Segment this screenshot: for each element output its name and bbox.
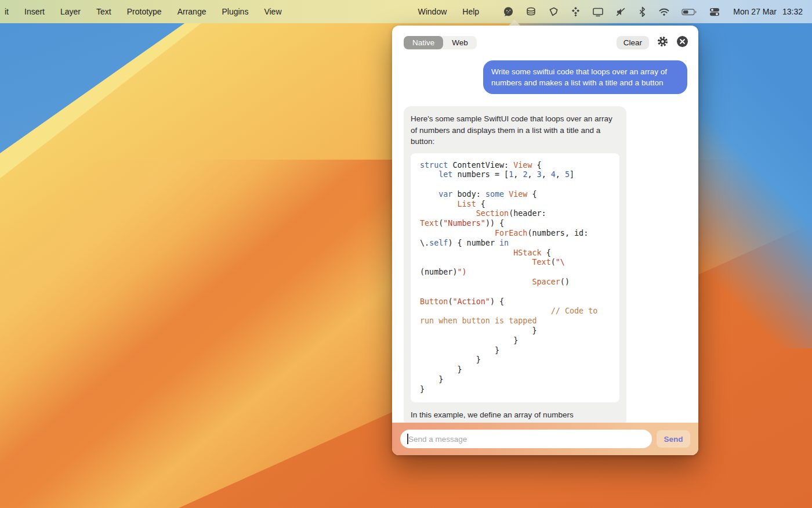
code-token: var bbox=[438, 190, 452, 199]
menu-item-window[interactable]: Window bbox=[418, 7, 447, 16]
send-button[interactable]: Send bbox=[657, 430, 690, 448]
code-token: , bbox=[513, 170, 523, 179]
tab-native[interactable]: Native bbox=[404, 36, 443, 49]
menu-item-layer[interactable]: Layer bbox=[60, 7, 81, 16]
code-token: { bbox=[532, 161, 542, 170]
code-token: struct bbox=[420, 161, 448, 170]
assistant-app-icon[interactable] bbox=[503, 6, 514, 17]
code-block: struct ContentView: View { let numbers =… bbox=[411, 153, 619, 402]
code-token: { bbox=[542, 248, 551, 257]
menubar: itInsertLayerTextPrototypeArrangePlugins… bbox=[0, 0, 812, 23]
status-icons-slot bbox=[503, 6, 720, 17]
desktop: itInsertLayerTextPrototypeArrangePlugins… bbox=[0, 0, 812, 508]
code-token bbox=[420, 278, 532, 286]
code-token: ) { number bbox=[448, 239, 499, 247]
chat-scroll-area[interactable]: Write some swiftui code that loops over … bbox=[392, 52, 698, 455]
volume-muted-icon[interactable] bbox=[615, 6, 626, 17]
assistant-popover: NativeWeb Clear bbox=[392, 26, 698, 455]
code-token: run when button is tapped bbox=[420, 316, 537, 325]
display-icon[interactable] bbox=[592, 6, 604, 17]
code-token bbox=[420, 229, 495, 237]
menubar-menus: itInsertLayerTextPrototypeArrangePlugins… bbox=[0, 7, 479, 16]
shield-icon[interactable] bbox=[548, 6, 559, 17]
assistant-outro-text: In this example, we define an array of n… bbox=[411, 409, 619, 421]
code-token bbox=[420, 190, 438, 199]
battery-icon[interactable] bbox=[682, 6, 697, 17]
code-token: (header: bbox=[509, 209, 546, 218]
user-message-bubble: Write some swiftui code that loops over … bbox=[483, 60, 687, 94]
code-token: in bbox=[499, 239, 509, 247]
settings-button[interactable] bbox=[657, 35, 669, 49]
text-caret bbox=[407, 434, 408, 444]
close-icon bbox=[676, 35, 688, 49]
code-token: "Action" bbox=[452, 297, 490, 306]
message-input-bar: Send bbox=[392, 423, 698, 455]
assistant-message-bubble: Here's some sample SwiftUI code that loo… bbox=[404, 106, 626, 427]
code-token: self bbox=[429, 239, 448, 247]
code-token: numbers = [ bbox=[452, 170, 509, 179]
menubar-clock[interactable]: Mon 27 Mar 13:32 bbox=[733, 7, 803, 16]
bluetooth-icon[interactable] bbox=[638, 6, 647, 17]
menu-item-insert[interactable]: Insert bbox=[24, 7, 45, 16]
code-token bbox=[420, 170, 438, 179]
code-token: } bbox=[420, 365, 462, 374]
code-token: View bbox=[509, 190, 527, 199]
menu-item-text[interactable]: Text bbox=[96, 7, 111, 16]
code-token: ) { bbox=[490, 297, 504, 306]
code-token: body: bbox=[452, 190, 485, 199]
code-token: Spacer bbox=[532, 278, 560, 286]
code-token bbox=[420, 258, 532, 266]
code-token: } bbox=[420, 385, 425, 394]
code-token: List bbox=[458, 200, 476, 208]
code-token bbox=[420, 307, 551, 315]
code-token bbox=[420, 248, 513, 257]
message-field-wrap bbox=[400, 430, 652, 448]
code-token: Text bbox=[532, 258, 550, 266]
code-token: Text bbox=[420, 219, 438, 228]
menu-item-help[interactable]: Help bbox=[462, 7, 479, 16]
code-token bbox=[420, 200, 458, 208]
menu-item-it[interactable]: it bbox=[5, 7, 9, 16]
code-token bbox=[504, 190, 509, 199]
popover-header: NativeWeb Clear bbox=[392, 26, 698, 52]
code-token: { bbox=[476, 200, 485, 208]
control-center-icon[interactable] bbox=[709, 6, 720, 17]
code-token: ] bbox=[570, 170, 574, 179]
code-token: 4 bbox=[551, 170, 556, 179]
message-input[interactable] bbox=[400, 430, 652, 448]
mode-segmented-control: NativeWeb bbox=[404, 36, 477, 49]
code-token: let bbox=[438, 170, 452, 179]
menubar-status: Mon 27 Mar 13:32 bbox=[503, 6, 812, 17]
code-token: } bbox=[420, 355, 481, 364]
dropbox-icon[interactable] bbox=[571, 6, 581, 17]
database-icon[interactable] bbox=[525, 6, 536, 17]
code-token: , bbox=[542, 170, 551, 179]
assistant-intro-text: Here's some sample SwiftUI code that loo… bbox=[411, 113, 619, 147]
code-token: , bbox=[556, 170, 565, 179]
menu-item-view[interactable]: View bbox=[264, 7, 281, 16]
code-token: ForEach bbox=[495, 229, 527, 237]
header-actions: Clear bbox=[617, 35, 688, 49]
wifi-icon[interactable] bbox=[658, 6, 670, 17]
code-token: , bbox=[527, 170, 536, 179]
menu-item-plugins[interactable]: Plugins bbox=[222, 7, 248, 16]
code-token: } bbox=[420, 375, 443, 384]
close-button[interactable] bbox=[676, 35, 688, 49]
clear-button[interactable]: Clear bbox=[617, 36, 649, 49]
code-token: ContentView: bbox=[448, 161, 513, 170]
code-token: } bbox=[420, 336, 518, 345]
code-token bbox=[420, 209, 476, 218]
code-token: Section bbox=[476, 209, 509, 218]
clock-date: Mon 27 Mar bbox=[733, 7, 777, 16]
tab-web[interactable]: Web bbox=[443, 36, 477, 49]
code-token: { bbox=[527, 190, 536, 199]
gear-icon bbox=[657, 35, 669, 49]
code-token: \. bbox=[420, 239, 429, 247]
code-token: } bbox=[420, 326, 537, 335]
code-token: "Numbers" bbox=[443, 219, 485, 228]
menu-item-arrange[interactable]: Arrange bbox=[177, 7, 206, 16]
code-token: (number) bbox=[420, 268, 458, 276]
menu-item-prototype[interactable]: Prototype bbox=[127, 7, 162, 16]
code-token: ") bbox=[458, 268, 467, 276]
code-token: ( bbox=[551, 258, 556, 266]
